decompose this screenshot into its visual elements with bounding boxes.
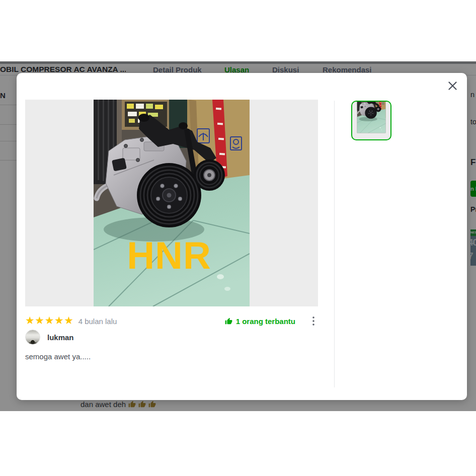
review-photo-modal: HNR ★★★★★ 4 bulan lalu 1 orang terbantu (17, 73, 467, 400)
close-button[interactable] (446, 79, 459, 92)
avatar (25, 330, 40, 345)
rating-stars: ★★★★★ (25, 315, 74, 326)
helpful-count-label: 1 orang terbantu (236, 317, 295, 326)
review-text: semoga awet ya..... (25, 352, 91, 361)
thumbs-up-icon (225, 318, 232, 325)
helpful-button[interactable]: 1 orang terbantu (225, 317, 295, 326)
page-stage: OBIL COMPRESOR AC AVANZA ... Detail Prod… (0, 61, 476, 411)
review-photo-viewer: HNR (25, 100, 318, 306)
close-icon (448, 81, 457, 91)
photo-thumbnail-selected[interactable] (351, 101, 391, 140)
review-meta-row: ★★★★★ 4 bulan lalu 1 orang terbantu (25, 314, 318, 328)
photo-watermark: HNR (127, 234, 211, 277)
more-options-button[interactable] (309, 315, 318, 327)
reviewer-row: lukman (25, 330, 74, 345)
screen: OBIL COMPRESOR AC AVANZA ... Detail Prod… (0, 0, 476, 476)
kebab-menu-icon (312, 316, 314, 326)
thumbnail-image (352, 102, 390, 139)
vertical-divider (334, 101, 335, 387)
reviewer-name: lukman (47, 333, 74, 342)
review-date: 4 bulan lalu (78, 317, 117, 326)
review-photo: HNR (94, 100, 250, 306)
